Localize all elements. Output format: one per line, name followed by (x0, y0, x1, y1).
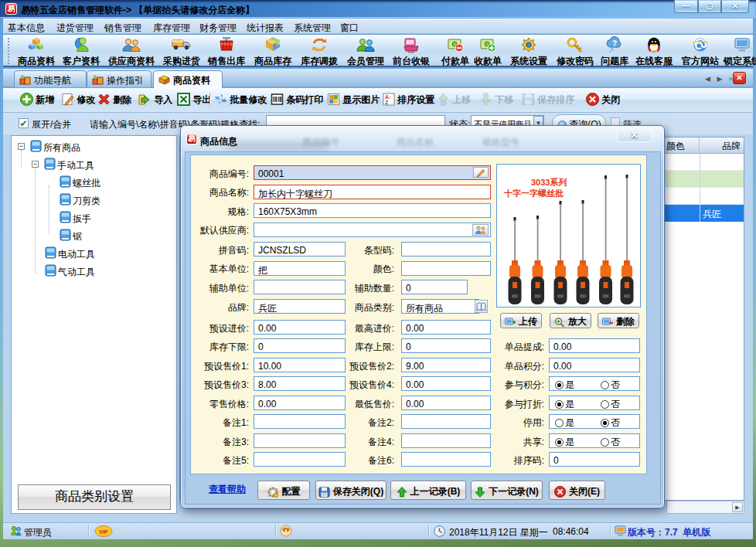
svg-text:VIP: VIP (99, 529, 108, 535)
svg-text:?: ? (612, 39, 617, 48)
svg-text:十字一字螺丝批: 十字一字螺丝批 (504, 189, 564, 198)
svg-text:A↕: A↕ (385, 94, 392, 100)
svg-text:Z: Z (385, 100, 389, 105)
svg-text:3033系列: 3033系列 (531, 178, 567, 187)
